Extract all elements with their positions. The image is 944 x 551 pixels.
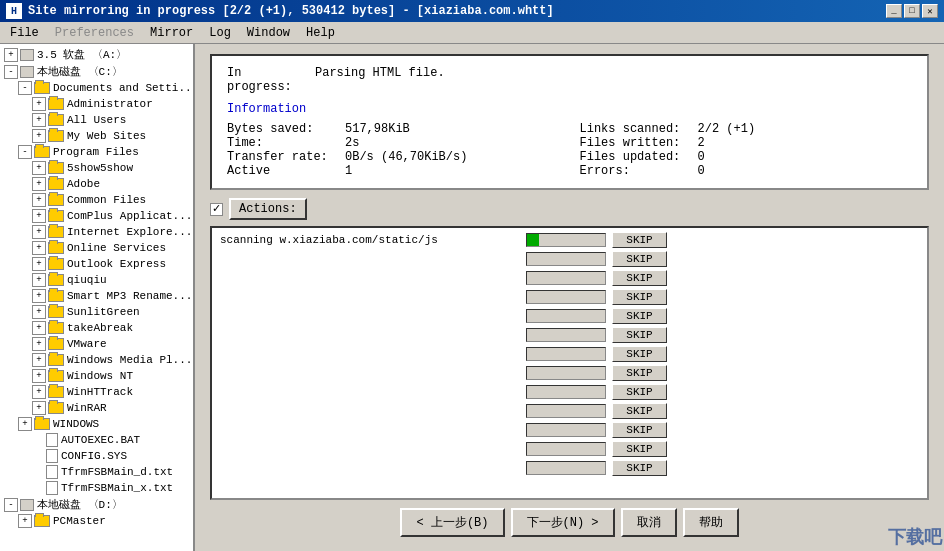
tree-item-qiuqiu[interactable]: + qiuqiu (0, 272, 193, 288)
tree-item-mywebsites[interactable]: + My Web Sites (0, 128, 193, 144)
menu-log[interactable]: Log (203, 24, 237, 42)
skip-button-12[interactable]: SKIP (612, 460, 667, 476)
tree-item-autoexec[interactable]: AUTOEXEC.BAT (0, 432, 193, 448)
tree-item-programfiles[interactable]: - Program Files (0, 144, 193, 160)
tree-item-sunlitgreen[interactable]: + SunlitGreen (0, 304, 193, 320)
tree-item-drive-a[interactable]: + 3.5 软盘 〈A:〉 (0, 46, 193, 63)
tree-item-administrator[interactable]: + Administrator (0, 96, 193, 112)
skip-button-5[interactable]: SKIP (612, 327, 667, 343)
actions-button[interactable]: Actions: (229, 198, 307, 220)
maximize-button[interactable]: □ (904, 4, 920, 18)
expander-icon[interactable]: + (32, 273, 46, 287)
actions-section: Actions: (210, 198, 929, 220)
skip-button-9[interactable]: SKIP (612, 403, 667, 419)
tree-item-tfrm-x[interactable]: TfrmFSBMain_x.txt (0, 480, 193, 496)
progress-row-5: SKIP (220, 327, 919, 343)
tree-item-allusers[interactable]: + All Users (0, 112, 193, 128)
tree-item-vmware[interactable]: + VMware (0, 336, 193, 352)
tree-item-adobe[interactable]: + Adobe (0, 176, 193, 192)
folder-icon (34, 146, 50, 158)
skip-button-4[interactable]: SKIP (612, 308, 667, 324)
tree-item-onlineservices[interactable]: + Online Services (0, 240, 193, 256)
info-heading: Information (227, 102, 912, 116)
expander-icon[interactable]: + (32, 289, 46, 303)
expander-icon[interactable]: + (32, 321, 46, 335)
progress-row-12: SKIP (220, 460, 919, 476)
tree-item-windows[interactable]: + WINDOWS (0, 416, 193, 432)
expander-icon[interactable]: + (32, 225, 46, 239)
in-progress-label: In progress: (227, 66, 307, 94)
folder-icon (48, 194, 64, 206)
tree-item-ie[interactable]: + Internet Explore... (0, 224, 193, 240)
tree-item-commonfiles[interactable]: + Common Files (0, 192, 193, 208)
skip-button-10[interactable]: SKIP (612, 422, 667, 438)
skip-button-11[interactable]: SKIP (612, 441, 667, 457)
expander-icon[interactable]: + (32, 385, 46, 399)
expander-icon[interactable]: - (4, 498, 18, 512)
cancel-button[interactable]: 取消 (621, 508, 677, 537)
expander-icon[interactable]: + (32, 161, 46, 175)
tree-item-drive-c[interactable]: - 本地磁盘 〈C:〉 (0, 63, 193, 80)
expander-icon[interactable]: + (18, 514, 32, 528)
expander-icon[interactable]: + (32, 177, 46, 191)
tree-item-takeabreak[interactable]: + takeAbreak (0, 320, 193, 336)
tree-item-pcmaster[interactable]: + PCMaster (0, 513, 193, 529)
tree-item-tfrm-d[interactable]: TfrmFSBMain_d.txt (0, 464, 193, 480)
skip-button-3[interactable]: SKIP (612, 289, 667, 305)
progress-bar-container (526, 309, 606, 323)
expander-icon[interactable]: + (32, 97, 46, 111)
prev-button[interactable]: < 上一步(B) (400, 508, 504, 537)
menu-file[interactable]: File (4, 24, 45, 42)
tree-item-documents[interactable]: - Documents and Setti... (0, 80, 193, 96)
expander-icon[interactable]: - (18, 145, 32, 159)
tree-item-windowsnt[interactable]: + Windows NT (0, 368, 193, 384)
skip-button-2[interactable]: SKIP (612, 270, 667, 286)
folder-icon (48, 354, 64, 366)
help-button[interactable]: 帮助 (683, 508, 739, 537)
expander-icon[interactable]: + (32, 241, 46, 255)
tree-item-drive-d[interactable]: - 本地磁盘 〈D:〉 (0, 496, 193, 513)
expander-icon[interactable]: + (32, 193, 46, 207)
expander-icon[interactable]: - (18, 81, 32, 95)
folder-icon (48, 386, 64, 398)
info-col-right: Links scanned: 2/2 (+1) Files written: 2… (580, 122, 913, 178)
expander-icon[interactable]: + (32, 305, 46, 319)
progress-area: scanning w.xiaziaba.com/static/js SKIP S… (210, 226, 929, 500)
menu-mirror[interactable]: Mirror (144, 24, 199, 42)
tree-item-outlook[interactable]: + Outlook Express (0, 256, 193, 272)
expander-icon[interactable]: + (32, 209, 46, 223)
expander-icon[interactable]: + (18, 417, 32, 431)
tree-label: Adobe (67, 178, 100, 190)
folder-icon (48, 274, 64, 286)
expander-icon[interactable]: + (32, 369, 46, 383)
expander-icon[interactable]: + (32, 337, 46, 351)
menu-help[interactable]: Help (300, 24, 341, 42)
tree-item-5show[interactable]: + 5show5show (0, 160, 193, 176)
menu-window[interactable]: Window (241, 24, 296, 42)
tree-item-wmp[interactable]: + Windows Media Pl... (0, 352, 193, 368)
tree-item-smartmp3[interactable]: + Smart MP3 Rename... (0, 288, 193, 304)
expander-icon[interactable]: + (32, 401, 46, 415)
skip-button-7[interactable]: SKIP (612, 365, 667, 381)
skip-button-6[interactable]: SKIP (612, 346, 667, 362)
expander-icon[interactable]: + (32, 129, 46, 143)
actions-checkbox[interactable] (210, 203, 223, 216)
skip-button-1[interactable]: SKIP (612, 251, 667, 267)
skip-button-8[interactable]: SKIP (612, 384, 667, 400)
close-button[interactable]: ✕ (922, 4, 938, 18)
tree-item-complus[interactable]: + ComPlus Applicat... (0, 208, 193, 224)
expander-icon[interactable]: + (32, 353, 46, 367)
tree-item-winhttrack[interactable]: + WinHTTrack (0, 384, 193, 400)
expander-icon[interactable]: + (32, 257, 46, 271)
skip-button-0[interactable]: SKIP (612, 232, 667, 248)
expander-icon[interactable]: + (32, 113, 46, 127)
tree-item-config[interactable]: CONFIG.SYS (0, 448, 193, 464)
next-button[interactable]: 下一步(N) > (511, 508, 615, 537)
expander-icon[interactable]: - (4, 65, 18, 79)
info-label: Transfer rate: (227, 150, 337, 164)
tree-item-winrar[interactable]: + WinRAR (0, 400, 193, 416)
progress-row-4: SKIP (220, 308, 919, 324)
minimize-button[interactable]: _ (886, 4, 902, 18)
menu-bar: File Preferences Mirror Log Window Help (0, 22, 944, 44)
expander-icon[interactable]: + (4, 48, 18, 62)
